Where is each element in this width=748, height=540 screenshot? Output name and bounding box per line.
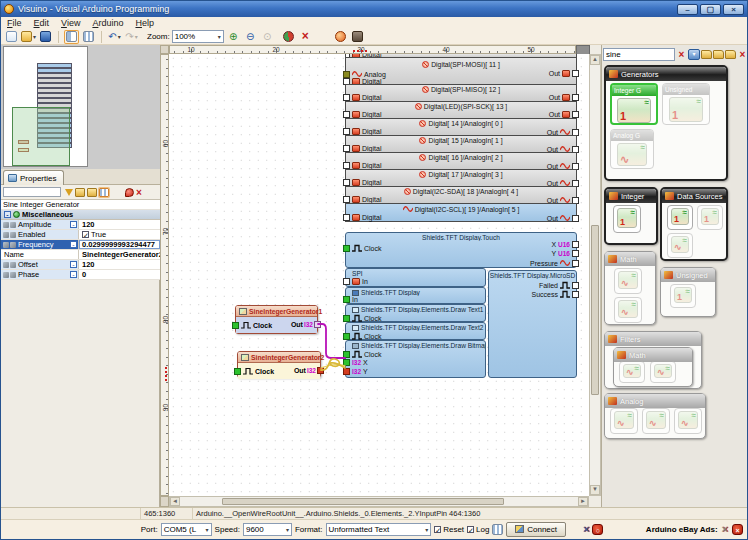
block-shields-tft-display-elements-draw-text2[interactable]: Shields.TFT Display.Elements.Draw Text2C… (345, 322, 486, 340)
pin-connector[interactable] (343, 278, 350, 285)
pin-connector[interactable] (343, 145, 350, 152)
menu-file[interactable]: File (1, 18, 28, 28)
diagram-minimap[interactable] (3, 46, 88, 167)
scroll-right-arrow[interactable]: ► (578, 497, 588, 506)
terminal-view-icon[interactable] (492, 524, 503, 535)
help-about-button[interactable] (333, 30, 348, 44)
digital-input-pin[interactable]: Digital (343, 111, 381, 118)
pin-row[interactable]: Digital[ 16 ]/AnalogIn[ 2 ]DigitalOut (345, 152, 577, 170)
palette-category-unsigned[interactable]: Unsigned1≈ (660, 267, 716, 317)
digital-input-pin[interactable]: Digital (343, 128, 381, 135)
pin-panel-icon[interactable] (125, 188, 134, 197)
category-header[interactable]: Generators (606, 67, 726, 81)
menu-arduino[interactable]: Arduino (86, 18, 129, 28)
block-shields-tft-display-elements-draw-text1[interactable]: Shields.TFT Display.Elements.Draw Text1C… (345, 304, 486, 322)
scroll-down-arrow[interactable]: ▼ (590, 485, 600, 495)
clock-input-pin[interactable]: Clock (343, 350, 382, 358)
pin-connector[interactable] (343, 214, 350, 221)
pin-row[interactable]: Digital(SPI-MISO)[ 12 ]DigitalOut (345, 84, 577, 102)
clock-input-pin[interactable]: Clock (232, 321, 272, 329)
disconnect-tools-icon[interactable]: × (583, 524, 589, 534)
digital-input-pin[interactable]: Digital (343, 179, 381, 186)
digital-input-pin[interactable]: Digital (343, 196, 381, 203)
collapse-all-icon[interactable] (87, 188, 97, 197)
vertical-scroll-thumb[interactable] (591, 225, 599, 395)
pin-connector[interactable] (343, 94, 350, 101)
palette-item[interactable]: ∿≈ (614, 297, 642, 323)
palette-category-math[interactable]: Math∿≈∿≈ (604, 251, 656, 325)
undo-button[interactable]: ↶▾ (107, 30, 122, 44)
palette-item[interactable]: ∿≈ (610, 408, 638, 434)
digital-input-pin[interactable]: Digital (343, 162, 381, 169)
new-category-folder-icon[interactable] (701, 50, 712, 59)
pressure-output-pin[interactable]: Pressure (530, 259, 579, 267)
arrange-view-icon[interactable] (99, 188, 109, 197)
digital-input-pin[interactable]: Digital (343, 214, 381, 221)
horizontal-scroll-thumb[interactable] (222, 498, 504, 505)
pin-connector[interactable] (343, 162, 350, 169)
digital-input-pin[interactable]: Digital (343, 94, 381, 101)
property-category-row[interactable]: - Miscellaneous (1, 210, 160, 220)
property-name[interactable]: Name (1, 250, 79, 259)
pin-connector[interactable] (572, 282, 579, 289)
failed-output-pin[interactable]: Failed (539, 281, 579, 289)
scroll-left-arrow[interactable]: ◄ (170, 497, 180, 506)
vertical-scrollbar[interactable]: ▲ ▼ (589, 54, 601, 496)
pin-row[interactable]: Digital(LED)(SPI-SCK)[ 13 ]DigitalOut (345, 101, 577, 119)
property-expander-icon[interactable]: - (70, 261, 77, 268)
pin-row[interactable]: Digital(SPI-MOSI)[ 11 ]AnalogOutDigital (345, 57, 577, 85)
pin-row[interactable]: Digital[ 17 ]/AnalogIn[ 3 ]DigitalOut (345, 169, 577, 187)
expand-categories-icon[interactable] (713, 50, 724, 59)
log-checkbox[interactable]: ✓ Log (467, 525, 489, 534)
y-input-pin[interactable]: I32Y (343, 368, 368, 375)
clear-search-icon[interactable]: × (676, 49, 687, 60)
block-shields-tft-display-elements-draw-bitmap1[interactable]: Shields.TFT Display.Elements.Draw Bitmap… (345, 340, 486, 378)
palette-category-data-sources[interactable]: Data Sources1≈1≈∿≈ (660, 187, 728, 261)
palette-category-math[interactable]: Math∿≈∿≈ (613, 347, 693, 387)
pin-connector[interactable] (343, 196, 350, 203)
ads-close-icon[interactable]: × (732, 524, 743, 535)
category-header[interactable]: Data Sources (662, 189, 726, 203)
category-header[interactable]: Math (605, 252, 655, 266)
pin-connector[interactable] (343, 368, 350, 375)
horizontal-scrollbar[interactable]: ◄ ► (169, 496, 589, 507)
collapse-categories-icon[interactable] (725, 50, 736, 59)
property-row-amplitude[interactable]: Amplitude-120 (1, 220, 160, 230)
pin-row[interactable]: Digital[ 14 ]/AnalogIn[ 0 ]DigitalOut (345, 118, 577, 136)
pin-connector[interactable] (572, 241, 579, 248)
y-output-pin[interactable]: YU16 (551, 250, 579, 257)
menu-view[interactable]: View (55, 18, 86, 28)
stop-icon[interactable]: ○ (592, 524, 603, 535)
palette-item[interactable]: 1≈ (613, 205, 641, 233)
close-palette-icon[interactable]: × (737, 49, 748, 60)
property-value[interactable]: SineIntegerGenerator2 (79, 250, 160, 259)
palette-item[interactable]: ∿≈ (619, 361, 645, 383)
pin-row[interactable]: Digital(I2C-SCL)[ 19 ]/AnalogIn[ 5 ]Digi… (345, 203, 577, 222)
pin-connector[interactable] (343, 111, 350, 118)
connect-button[interactable]: Connect (506, 522, 566, 537)
pin-connector[interactable] (572, 94, 579, 101)
delete-button[interactable]: × (298, 30, 313, 44)
out-output-pin[interactable]: Out (549, 70, 579, 77)
tab-properties[interactable]: Properties (3, 170, 64, 185)
property-expander-icon[interactable]: - (70, 241, 77, 248)
pin-connector[interactable] (343, 179, 350, 186)
x-output-pin[interactable]: XU16 (551, 241, 579, 248)
pin-connector[interactable] (343, 296, 350, 303)
out-output-pin[interactable]: Out I32 (291, 321, 321, 328)
filter-icon[interactable] (65, 189, 73, 196)
property-value[interactable]: 0 (79, 270, 160, 279)
pin-connector[interactable] (343, 333, 350, 340)
reset-checkbox[interactable]: ✓ Reset (434, 525, 464, 534)
palette-item-analog-g[interactable]: Analog G∿≈ (610, 129, 654, 169)
palette-item[interactable]: 1≈ (667, 205, 693, 230)
pin-connector[interactable] (232, 322, 239, 329)
speed-select[interactable]: 9600▾ (243, 523, 292, 536)
out-output-pin[interactable]: Out I32 (294, 367, 324, 374)
component-sineintegergenerator1[interactable]: SineIntegerGenerator1 Clock Out I32 (235, 305, 318, 334)
property-name[interactable]: Enabled (1, 230, 79, 239)
out-output-pin[interactable]: Out (549, 94, 579, 101)
pin-connector[interactable] (343, 71, 350, 78)
palette-item-integer-g[interactable]: Integer G1≈ (610, 83, 658, 125)
pin-connector[interactable] (572, 70, 579, 77)
